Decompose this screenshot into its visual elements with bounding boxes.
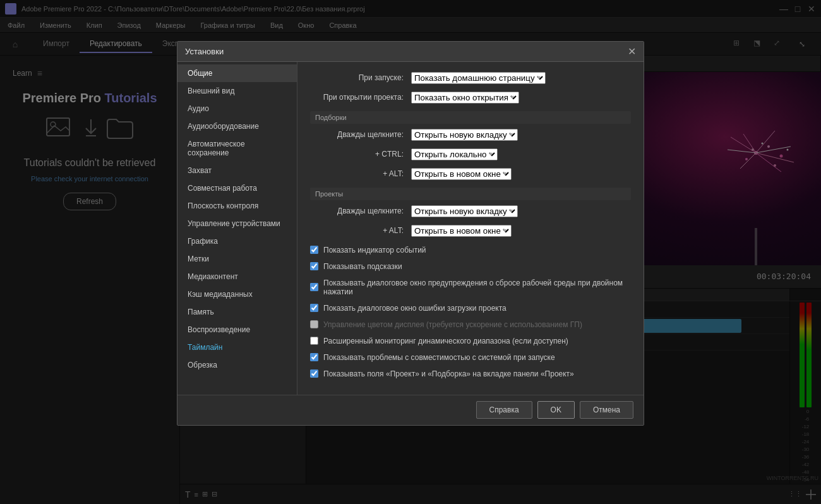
modal-nav-audio-hw[interactable]: Аудиооборудование: [177, 117, 297, 135]
checkbox-label-7: Показывать поля «Проект» и «Подборка» на…: [323, 369, 574, 378]
projects-section-header: Проекты: [310, 188, 631, 200]
modal-nav-device-control[interactable]: Управление устройствами: [177, 215, 297, 232]
proj-alt-select-wrapper: Открыть в новом окне: [411, 225, 512, 237]
checkbox-label-0: Показать индикатор событий: [323, 246, 426, 255]
modal-close-button[interactable]: ✕: [628, 45, 636, 57]
checkbox-1[interactable]: [310, 262, 318, 270]
bins-section-header: Подборки: [310, 111, 631, 124]
checkbox-4: [310, 320, 318, 328]
checkbox-row-1: Показывать подсказки: [310, 261, 631, 272]
checkbox-6[interactable]: [310, 353, 318, 361]
bins-ctrl-select[interactable]: Открыть локально: [411, 148, 498, 160]
modal-nav-labels[interactable]: Метки: [177, 250, 297, 268]
bins-ctrl-label: + CTRL:: [310, 150, 411, 159]
modal-nav-trim[interactable]: Обрезка: [177, 356, 297, 374]
bins-alt-row: + ALT: Открыть в новом окне: [310, 168, 631, 180]
modal-content: При запуске: Показать домашнюю страницу …: [297, 62, 644, 395]
open-project-select[interactable]: Показать окно открытия: [411, 92, 519, 104]
modal-footer: Справка OK Отмена: [177, 395, 644, 425]
cancel-button[interactable]: Отмена: [580, 401, 633, 419]
checkbox-label-2: Показывать диалоговое окно предупреждени…: [323, 279, 631, 296]
checkbox-3[interactable]: [310, 304, 318, 312]
bins-alt-select[interactable]: Открыть в новом окне: [411, 168, 512, 180]
bins-dblclick-label: Дважды щелкните:: [310, 130, 411, 139]
checkbox-label-3: Показать диалоговое окно ошибки загрузки…: [323, 304, 506, 313]
modal-nav-collab[interactable]: Совместная работа: [177, 179, 297, 197]
checkbox-row-6: Показывать проблемы с совместимостью с с…: [310, 352, 631, 363]
modal-nav-autosave[interactable]: Автоматическое сохранение: [177, 135, 297, 162]
proj-alt-label: + ALT:: [310, 226, 411, 235]
settings-modal-overlay: Установки ✕ Общие Внешний вид Аудио Ауди…: [0, 0, 821, 504]
checkbox-label-6: Показывать проблемы с совместимостью с с…: [323, 353, 555, 362]
proj-alt-select[interactable]: Открыть в новом окне: [411, 225, 512, 237]
startup-label: При запуске:: [310, 73, 411, 82]
checkbox-row-0: Показать индикатор событий: [310, 244, 631, 256]
checkbox-label-1: Показывать подсказки: [323, 262, 402, 271]
modal-nav-timeline[interactable]: Таймлайн: [177, 339, 297, 356]
proj-dblclick-select-wrapper: Открыть новую вкладку: [411, 205, 518, 217]
modal-nav-audio[interactable]: Аудио: [177, 100, 297, 117]
modal-sidebar: Общие Внешний вид Аудио Аудиооборудовани…: [177, 62, 297, 395]
modal-nav-control-surface[interactable]: Плоскость контроля: [177, 197, 297, 215]
open-project-select-wrapper: Показать окно открытия: [411, 92, 519, 104]
modal-title: Установки: [185, 47, 628, 56]
modal-nav-media[interactable]: Медиаконтент: [177, 268, 297, 285]
startup-row: При запуске: Показать домашнюю страницу: [310, 72, 631, 84]
checkbox-row-4: Управление цветом дисплея (требуется уск…: [310, 319, 631, 330]
modal-nav-general[interactable]: Общие: [177, 64, 297, 82]
open-project-row: При открытии проекта: Показать окно откр…: [310, 92, 631, 104]
checkbox-row-7: Показывать поля «Проект» и «Подборка» на…: [310, 368, 631, 380]
checkbox-label-5: Расширенный мониторинг динамического диа…: [323, 337, 568, 345]
bins-ctrl-select-wrapper: Открыть локально: [411, 148, 498, 160]
checkbox-row-5: Расширенный мониторинг динамического диа…: [310, 335, 631, 347]
checkbox-0[interactable]: [310, 246, 318, 254]
checkbox-row-3: Показать диалоговое окно ошибки загрузки…: [310, 303, 631, 314]
help-button[interactable]: Справка: [476, 401, 532, 419]
modal-nav-graphics[interactable]: Графика: [177, 232, 297, 250]
settings-modal: Установки ✕ Общие Внешний вид Аудио Ауди…: [177, 41, 644, 426]
bins-dblclick-select-wrapper: Открыть новую вкладку: [411, 129, 518, 141]
checkbox-7[interactable]: [310, 369, 318, 378]
proj-dblclick-row: Дважды щелкните: Открыть новую вкладку: [310, 205, 631, 217]
checkboxes-area: Показать индикатор событий Показывать по…: [310, 244, 631, 380]
checkbox-row-2: Показывать диалоговое окно предупреждени…: [310, 277, 631, 297]
modal-body: Общие Внешний вид Аудио Аудиооборудовани…: [177, 62, 644, 395]
startup-select-wrapper: Показать домашнюю страницу: [411, 72, 546, 84]
modal-titlebar: Установки ✕: [177, 42, 644, 62]
modal-nav-appearance[interactable]: Внешний вид: [177, 82, 297, 100]
proj-dblclick-select[interactable]: Открыть новую вкладку: [411, 205, 518, 217]
open-project-label: При открытии проекта:: [310, 93, 411, 102]
checkbox-5[interactable]: [310, 337, 318, 345]
bins-dblclick-row: Дважды щелкните: Открыть новую вкладку: [310, 129, 631, 141]
modal-nav-playback[interactable]: Воспроизведение: [177, 321, 297, 339]
proj-dblclick-label: Дважды щелкните:: [310, 207, 411, 215]
bins-alt-select-wrapper: Открыть в новом окне: [411, 168, 512, 180]
modal-nav-memory[interactable]: Память: [177, 303, 297, 321]
checkbox-label-4: Управление цветом дисплея (требуется уск…: [323, 320, 582, 329]
modal-nav-media-cache[interactable]: Кэш медиаданных: [177, 285, 297, 303]
proj-alt-row: + ALT: Открыть в новом окне: [310, 225, 631, 237]
checkbox-2[interactable]: [310, 283, 318, 291]
bins-alt-label: + ALT:: [310, 169, 411, 178]
startup-select[interactable]: Показать домашнюю страницу: [411, 72, 546, 84]
modal-nav-capture[interactable]: Захват: [177, 162, 297, 179]
bins-ctrl-row: + CTRL: Открыть локально: [310, 148, 631, 160]
bins-dblclick-select[interactable]: Открыть новую вкладку: [411, 129, 518, 141]
ok-button[interactable]: OK: [537, 401, 575, 419]
